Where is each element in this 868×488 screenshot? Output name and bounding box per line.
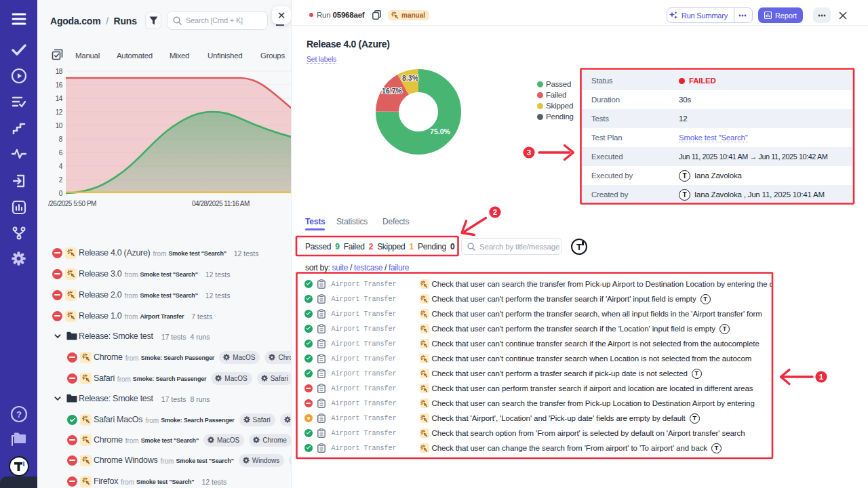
svg-text:16: 16 xyxy=(56,81,63,89)
svg-text:2: 2 xyxy=(59,176,63,184)
svg-text:75.0%: 75.0% xyxy=(430,127,450,136)
svg-text:8: 8 xyxy=(59,136,63,143)
svg-text:10: 10 xyxy=(56,122,63,129)
svg-text:8.3%: 8.3% xyxy=(402,74,419,82)
svg-text:12: 12 xyxy=(56,108,63,116)
svg-text:?: ? xyxy=(16,409,22,420)
svg-text:6: 6 xyxy=(59,149,63,157)
svg-text:0: 0 xyxy=(59,190,63,197)
svg-text:18: 18 xyxy=(56,68,63,75)
svg-text:4: 4 xyxy=(59,163,63,170)
svg-text:16.7%: 16.7% xyxy=(382,87,402,95)
svg-text:14: 14 xyxy=(56,95,63,102)
